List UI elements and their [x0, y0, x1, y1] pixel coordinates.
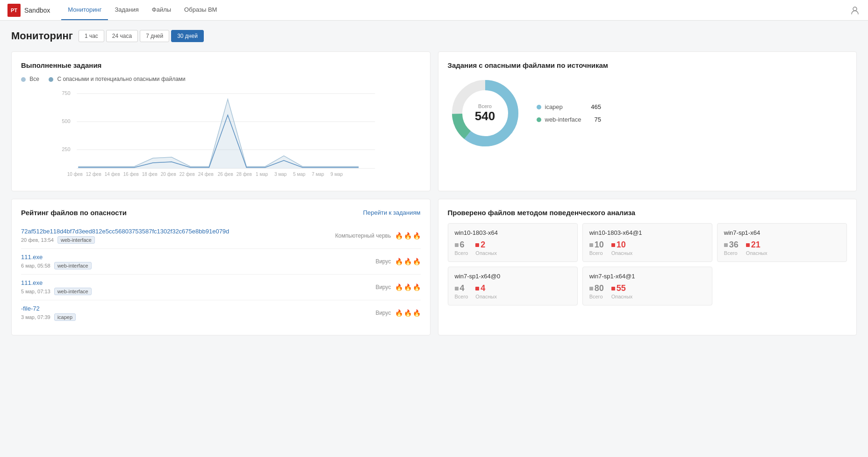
vm-stat-total: 6 Всего: [455, 240, 468, 256]
fire-2: 🔥: [404, 283, 412, 291]
vm-dangerous-value: 4: [475, 283, 497, 293]
vm-dangerous-icon: [746, 243, 750, 247]
file-item: -file-72 3 мар, 07:39 icapep Вирус 🔥 🔥 🔥: [21, 300, 421, 326]
user-icon[interactable]: [849, 5, 861, 16]
vm-grid: win10-1803-x64 6 Всего 2 Опасн: [448, 223, 847, 305]
fire-3: 🔥: [413, 283, 421, 291]
fire-icons: 🔥 🔥 🔥: [395, 283, 421, 291]
threat-label: Вирус: [375, 284, 391, 290]
svg-text:1 мар: 1 мар: [256, 172, 268, 177]
filter-24h[interactable]: 24 часа: [106, 30, 138, 42]
vm-total-value: 6: [455, 240, 468, 250]
logo: PT Sandbox: [7, 4, 50, 17]
legend-all: Все: [21, 76, 39, 82]
legend-icapep-label: icapep: [545, 103, 578, 110]
vm-total-value: 4: [455, 283, 468, 293]
vm-total-value: 36: [724, 240, 739, 250]
file-date: 3 мар, 07:39: [21, 314, 50, 320]
file-rating-card: Рейтинг файлов по опасности Перейти к за…: [11, 199, 430, 335]
fire-3: 🔥: [413, 258, 421, 265]
vm-total-icon: [589, 243, 593, 247]
vm-dangerous-icon: [475, 287, 479, 290]
vm-total-label: Всего: [589, 250, 604, 256]
legend-web-interface-dot: [537, 117, 541, 122]
legend-all-label: Все: [29, 76, 39, 82]
file-meta: 20 фев, 13:54 web-interface: [21, 236, 331, 244]
donut-center: Всего 540: [475, 103, 495, 123]
svg-text:26 фев: 26 фев: [218, 172, 233, 177]
vm-name: win10-1803-x64: [455, 229, 571, 236]
vm-total-label: Всего: [455, 294, 468, 299]
vm-total-icon: [589, 287, 593, 290]
vm-dangerous-value: 2: [475, 240, 497, 250]
file-right: Вирус 🔥 🔥 🔥: [375, 258, 420, 265]
fire-1: 🔥: [395, 309, 403, 317]
vm-dangerous-label: Опасных: [611, 294, 633, 299]
go-to-tasks-link[interactable]: Перейти к заданиям: [363, 209, 421, 216]
file-info: 111.exe 5 мар, 07:13 web-interface: [21, 279, 372, 295]
vm-card-win7-sp1-x64-0: win7-sp1-x64@0 4 Всего 4 Опасн: [448, 267, 578, 305]
fire-1: 🔥: [395, 258, 403, 265]
file-tag[interactable]: icapep: [54, 313, 76, 321]
fire-2: 🔥: [404, 232, 412, 239]
file-item: 72af512be118d4bf7d3eed812e5cc56803753587…: [21, 223, 421, 249]
legend-icapep-dot: [537, 105, 541, 109]
vm-total-value: 10: [589, 240, 604, 250]
svg-text:14 фев: 14 фев: [105, 172, 120, 177]
vm-stat-dangerous: 55 Опасных: [611, 283, 633, 299]
fire-icons: 🔥 🔥 🔥: [395, 258, 421, 265]
vm-total-label: Всего: [589, 294, 604, 299]
file-name[interactable]: 111.exe: [21, 279, 236, 286]
svg-text:250: 250: [62, 146, 70, 152]
nav-vm-images[interactable]: Образы ВМ: [178, 0, 223, 20]
file-meta: 3 мар, 07:39 icapep: [21, 313, 372, 321]
svg-text:3 мар: 3 мар: [274, 172, 287, 177]
vm-total-icon: [455, 243, 459, 247]
chart-container: 750 500 250 10 фев 12 фев: [21, 88, 421, 181]
file-item: 111.exe 6 мар, 05:58 web-interface Вирус…: [21, 249, 421, 275]
vm-stat-dangerous: 10 Опасных: [611, 240, 633, 256]
file-name[interactable]: 72af512be118d4bf7d3eed812e5cc56803753587…: [21, 228, 236, 235]
vm-dangerous-icon: [611, 243, 615, 247]
file-tag[interactable]: web-interface: [54, 262, 92, 269]
filter-1h[interactable]: 1 час: [79, 30, 104, 42]
nav-monitoring[interactable]: Мониторинг: [61, 0, 108, 20]
file-tag[interactable]: web-interface: [54, 288, 92, 295]
file-tag[interactable]: web-interface: [57, 236, 95, 244]
nav-files[interactable]: Файлы: [145, 0, 178, 20]
svg-text:22 фев: 22 фев: [179, 172, 195, 177]
svg-marker-8: [78, 99, 359, 168]
nav-tasks[interactable]: Задания: [108, 0, 145, 20]
svg-text:9 мар: 9 мар: [330, 172, 343, 177]
vm-stat-total: 80 Всего: [589, 283, 604, 299]
donut-section: Всего 540 icapep 465 web-interface 75: [448, 76, 847, 151]
vm-total-value: 80: [589, 283, 604, 293]
donut-legend: icapep 465 web-interface 75: [537, 103, 602, 123]
main-nav: Мониторинг Задания Файлы Образы ВМ: [61, 0, 223, 20]
vm-total-label: Всего: [455, 250, 468, 256]
filter-30d[interactable]: 30 дней: [171, 30, 204, 42]
vm-card-win10-1803-x64: win10-1803-x64 6 Всего 2 Опасн: [448, 223, 578, 262]
vm-dangerous-value: 10: [611, 240, 633, 250]
fire-2: 🔥: [404, 309, 412, 317]
file-rating-header: Рейтинг файлов по опасности Перейти к за…: [21, 209, 421, 217]
file-info: 111.exe 6 мар, 05:58 web-interface: [21, 254, 372, 269]
file-name[interactable]: 111.exe: [21, 254, 236, 261]
time-filters: 1 час 24 часа 7 дней 30 дней: [79, 30, 204, 42]
bottom-row: Рейтинг файлов по опасности Перейти к за…: [11, 199, 857, 335]
vm-stat-dangerous: 4 Опасных: [475, 283, 497, 299]
file-name[interactable]: -file-72: [21, 305, 236, 312]
vm-name: win7-sp1-x64@0: [455, 273, 571, 280]
svg-text:24 фев: 24 фев: [198, 172, 214, 177]
file-rating-title: Рейтинг файлов по опасности: [21, 209, 127, 217]
logo-text: Sandbox: [24, 7, 50, 14]
fire-icons: 🔥 🔥 🔥: [395, 309, 421, 317]
filter-7d[interactable]: 7 дней: [140, 30, 169, 42]
threat-label: Компьютерный червь: [335, 232, 391, 239]
file-item: 111.exe 5 мар, 07:13 web-interface Вирус…: [21, 275, 421, 300]
svg-text:20 фев: 20 фев: [161, 172, 176, 177]
vm-stats: 36 Всего 21 Опасных: [724, 240, 840, 256]
legend-all-dot: [21, 77, 26, 82]
vm-stat-dangerous: 21 Опасных: [746, 240, 768, 256]
file-info: 72af512be118d4bf7d3eed812e5cc56803753587…: [21, 228, 331, 244]
